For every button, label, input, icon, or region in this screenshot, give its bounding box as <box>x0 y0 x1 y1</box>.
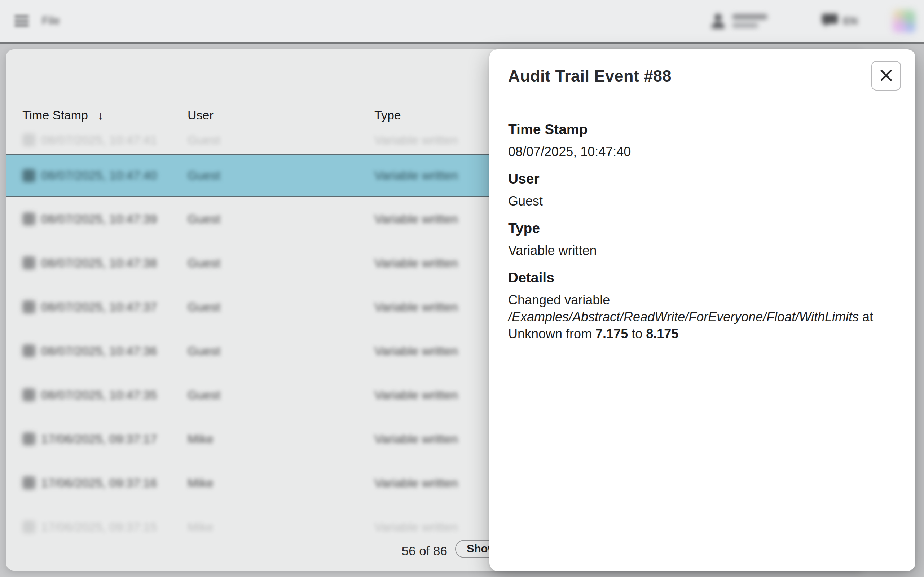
type-heading: Type <box>508 220 897 236</box>
timestamp-cell-text: 17/06/2025, 09:37:16 <box>41 476 157 490</box>
user-cell: Guest <box>187 300 374 314</box>
timestamp-heading: Time Stamp <box>508 121 897 137</box>
type-cell-text: Variable written <box>374 432 458 446</box>
file-menu-item[interactable]: File <box>42 15 60 27</box>
event-type-icon <box>23 521 35 533</box>
timestamp-cell-text: 08/07/2025, 10:47:41 <box>41 133 157 147</box>
user-avatar[interactable] <box>892 10 915 32</box>
type-value: Variable written <box>508 242 897 259</box>
type-cell-text: Variable written <box>374 256 458 270</box>
column-label: User <box>187 108 213 122</box>
signed-in-user-info[interactable] <box>711 13 768 29</box>
user-cell-text: Guest <box>187 168 220 182</box>
user-cell-text: Mike <box>187 476 213 490</box>
user-cell-text: Guest <box>187 300 220 314</box>
column-label: Time Stamp <box>23 108 88 122</box>
type-cell-text: Variable written <box>374 212 458 226</box>
timestamp-cell: 17/06/2025, 09:37:17 <box>6 432 187 446</box>
timestamp-cell: 08/07/2025, 10:47:37 <box>6 300 187 314</box>
user-cell: Mike <box>187 520 374 534</box>
timestamp-cell-text: 17/06/2025, 09:37:15 <box>41 520 157 534</box>
timestamp-cell-text: 08/07/2025, 10:47:35 <box>41 388 157 402</box>
timestamp-cell-text: 08/07/2025, 10:47:37 <box>41 300 157 314</box>
top-menu-bar: File EN <box>0 0 924 44</box>
user-cell: Mike <box>187 432 374 446</box>
type-cell-text: Variable written <box>374 168 458 182</box>
timestamp-cell: 08/07/2025, 10:47:40 <box>6 168 187 182</box>
from-value: 7.175 <box>595 326 628 341</box>
user-cell: Guest <box>187 168 374 182</box>
timestamp-cell-text: 08/07/2025, 10:47:38 <box>41 256 157 270</box>
timestamp-value: 08/07/2025, 10:47:40 <box>508 143 897 160</box>
user-cell-text: Guest <box>187 256 220 270</box>
event-type-icon <box>23 134 35 147</box>
details-text: Changed variable /Examples/Abstract/Read… <box>508 292 897 342</box>
panel-body: Time Stamp 08/07/2025, 10:47:40 User Gue… <box>489 103 915 342</box>
type-cell-text: Variable written <box>374 300 458 314</box>
timestamp-cell: 08/07/2025, 10:47:35 <box>6 388 187 402</box>
close-icon <box>879 68 894 84</box>
event-type-icon <box>23 300 35 313</box>
column-label: Type <box>374 108 401 122</box>
user-cell-text: Mike <box>187 432 213 446</box>
timestamp-cell-text: 08/07/2025, 10:47:40 <box>41 168 157 182</box>
user-info-text-blob <box>732 14 768 28</box>
user-cell: Guest <box>187 388 374 402</box>
user-cell-text: Mike <box>187 520 213 534</box>
type-cell-text: Variable written <box>374 344 458 358</box>
user-heading: User <box>508 171 897 187</box>
hamburger-menu-icon[interactable] <box>15 16 29 26</box>
event-type-icon <box>23 432 35 445</box>
event-type-icon <box>23 213 35 226</box>
user-cell: Guest <box>187 344 374 358</box>
person-icon <box>711 13 726 29</box>
sort-descending-icon[interactable]: ↓ <box>97 108 103 122</box>
event-type-icon <box>23 476 35 489</box>
timestamp-cell: 17/06/2025, 09:37:16 <box>6 476 187 490</box>
event-type-icon <box>23 256 35 269</box>
row-count-label: 56 of 86 <box>329 544 447 558</box>
timestamp-cell-text: 08/07/2025, 10:47:39 <box>41 212 157 226</box>
timestamp-cell-text: 08/07/2025, 10:47:36 <box>41 344 157 358</box>
user-cell-text: Guest <box>187 133 220 147</box>
type-cell-text: Variable written <box>374 388 458 402</box>
timestamp-cell: 08/07/2025, 10:47:38 <box>6 256 187 270</box>
event-type-icon <box>23 169 35 182</box>
user-cell-text: Guest <box>187 212 220 226</box>
audit-event-detail-panel: Audit Trail Event #88 Time Stamp 08/07/2… <box>489 49 915 571</box>
user-cell: Guest <box>187 133 374 147</box>
user-cell: Mike <box>187 476 374 490</box>
timestamp-cell: 08/07/2025, 10:47:36 <box>6 344 187 358</box>
panel-header: Audit Trail Event #88 <box>489 49 915 103</box>
language-switcher[interactable]: EN <box>822 13 858 29</box>
type-cell-text: Variable written <box>374 133 458 147</box>
column-header-timestamp[interactable]: Time Stamp ↓ <box>23 108 103 122</box>
user-cell: Guest <box>187 256 374 270</box>
close-panel-button[interactable] <box>871 61 901 90</box>
timestamp-cell: 08/07/2025, 10:47:39 <box>6 212 187 226</box>
type-cell-text: Variable written <box>374 520 458 534</box>
type-cell-text: Variable written <box>374 476 458 490</box>
timestamp-cell: 17/06/2025, 09:37:15 <box>6 520 187 534</box>
user-value: Guest <box>508 193 897 210</box>
chat-bubble-icon <box>822 13 838 29</box>
column-header-type[interactable]: Type <box>374 108 401 122</box>
column-header-user[interactable]: User <box>187 108 213 122</box>
event-type-icon <box>23 388 35 401</box>
details-heading: Details <box>508 270 897 285</box>
timestamp-cell-text: 17/06/2025, 09:37:17 <box>41 432 157 446</box>
user-cell-text: Guest <box>187 344 220 358</box>
timestamp-cell: 08/07/2025, 10:47:41 <box>6 133 187 147</box>
panel-title: Audit Trail Event #88 <box>508 67 672 85</box>
language-label: EN <box>843 15 858 27</box>
user-cell-text: Guest <box>187 388 220 402</box>
to-value: 8.175 <box>646 326 678 341</box>
variable-path: /Examples/Abstract/ReadWrite/ForEveryone… <box>508 309 859 324</box>
event-type-icon <box>23 344 35 357</box>
user-cell: Guest <box>187 212 374 226</box>
